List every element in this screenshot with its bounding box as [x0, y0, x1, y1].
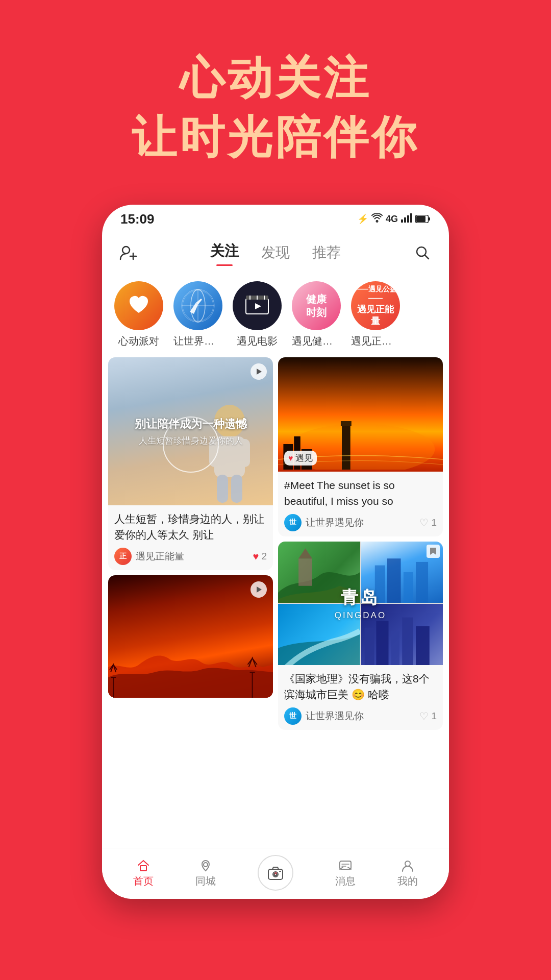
play-button-3[interactable] [251, 581, 267, 598]
svg-point-7 [122, 247, 130, 254]
bottom-nav-local-label: 同城 [195, 874, 216, 888]
card1-likes[interactable]: ♥ 2 [253, 551, 267, 562]
story-item-5[interactable]: ——遇见公益—— 遇见正能量 遇见正能量 [351, 281, 400, 348]
bottom-nav-message[interactable]: 消息 [335, 859, 356, 888]
svg-rect-3 [410, 213, 412, 223]
svg-rect-5 [416, 216, 425, 222]
wifi-icon [371, 213, 383, 225]
svg-rect-40 [364, 628, 374, 665]
author-avatar-1: 正 [114, 548, 132, 565]
bottom-nav-home[interactable]: 首页 [133, 859, 154, 888]
svg-rect-45 [140, 866, 146, 871]
heart-icon-2: ♡ [419, 517, 429, 529]
svg-rect-42 [391, 631, 399, 665]
svg-rect-33 [341, 421, 352, 426]
card4-author: 让世界遇见你 [306, 709, 364, 723]
4g-label: 4G [386, 214, 398, 225]
battery-icon [415, 215, 431, 223]
svg-rect-44 [416, 626, 430, 665]
svg-rect-32 [342, 421, 350, 470]
bottom-nav-camera[interactable] [258, 855, 293, 891]
svg-rect-43 [402, 618, 413, 665]
author-avatar-4: 世 [284, 707, 302, 725]
card1-author: 遇见正能量 [136, 550, 184, 563]
content-col-left: 别让陪伴成为一种遗憾 人生短暂珍惜身边爱你的人 人生短暂，珍惜身边的人，别让爱你… [108, 357, 273, 848]
card-video-child[interactable]: 别让陪伴成为一种遗憾 人生短暂珍惜身边爱你的人 人生短暂，珍惜身边的人，别让爱你… [108, 357, 273, 570]
status-bar: 15:09 ⚡ 4G [102, 205, 449, 233]
svg-rect-6 [429, 217, 430, 220]
story-label-1: 心动派对 [118, 334, 159, 348]
headline-line2: 让时光陪伴你 [132, 110, 419, 164]
svg-rect-41 [376, 621, 388, 665]
card2-likes[interactable]: ♡ 1 [419, 517, 437, 529]
phone-mockup: 15:09 ⚡ 4G [102, 205, 449, 899]
story-label-5: 遇见正能量 [351, 334, 400, 348]
svg-rect-0 [401, 219, 403, 223]
svg-rect-34 [298, 558, 312, 586]
story-item-3[interactable]: 遇见电影 [233, 281, 282, 348]
bottom-nav-local[interactable]: 同城 [195, 859, 216, 888]
svg-line-11 [425, 255, 429, 259]
user-add-button[interactable] [117, 241, 140, 264]
stories-row: 心动派对 让世界遇... [102, 272, 449, 357]
status-time: 15:09 [120, 211, 155, 227]
card2-caption: #Meet The sunset is so beautiful, I miss… [284, 478, 437, 509]
bottom-nav: 首页 同城 [102, 848, 449, 899]
card4-likes[interactable]: ♡ 1 [419, 710, 437, 722]
svg-rect-39 [416, 562, 428, 603]
bottom-nav-profile[interactable]: 我的 [397, 859, 418, 888]
svg-rect-38 [403, 572, 413, 603]
card-video-red[interactable] [108, 575, 273, 698]
app-background: 心动关注 让时光陪伴你 15:09 ⚡ 4G [0, 0, 551, 980]
svg-rect-37 [387, 558, 400, 603]
card-qingdao[interactable]: 青岛 QINGDAO 《国家地理》没有骗我，这8个滨海城市巨美 😊 哈喽 世 让… [278, 542, 443, 730]
story-item-1[interactable]: 心动派对 [114, 281, 163, 348]
nav-tabs: 关注 发现 推荐 [210, 241, 341, 264]
story-label-3: 遇见电影 [237, 334, 278, 348]
story-item-2[interactable]: 让世界遇... [173, 281, 222, 348]
svg-marker-35 [298, 548, 312, 558]
content-grid: 别让陪伴成为一种遗憾 人生短暂珍惜身边爱你的人 人生短暂，珍惜身边的人，别让爱你… [102, 357, 449, 848]
card2-author: 让世界遇见你 [306, 516, 364, 529]
card4-caption: 《国家地理》没有骗我，这8个滨海城市巨美 😊 哈喽 [284, 671, 437, 702]
story-label-2: 让世界遇... [173, 334, 222, 348]
nav-bar: 关注 发现 推荐 [102, 233, 449, 272]
status-icons: ⚡ 4G [357, 213, 431, 225]
bottom-nav-message-label: 消息 [335, 874, 356, 888]
svg-rect-2 [407, 215, 409, 223]
bottom-nav-home-label: 首页 [133, 874, 154, 888]
tab-follow[interactable]: 关注 [210, 241, 239, 264]
tab-recommend[interactable]: 推荐 [312, 243, 341, 262]
heart-icon-4: ♡ [419, 710, 429, 722]
bookmark-icon [427, 545, 440, 558]
headline-line1: 心动关注 [132, 51, 419, 105]
tab-discover[interactable]: 发现 [261, 243, 290, 262]
svg-point-51 [405, 861, 410, 866]
svg-rect-1 [404, 217, 406, 223]
card1-overlay-sub: 人生短暂珍惜身边爱你的人 [132, 435, 250, 447]
svg-rect-36 [374, 566, 385, 603]
search-button[interactable] [411, 241, 434, 264]
headline-container: 心动关注 让时光陪伴你 [132, 51, 419, 164]
story-label-4: 遇见健康... [292, 334, 341, 348]
signal-icon [401, 213, 412, 225]
svg-point-46 [204, 863, 208, 867]
play-button-1[interactable] [251, 363, 267, 380]
author-avatar-2: 世 [284, 514, 302, 531]
heart-icon-1: ♥ [253, 551, 259, 562]
content-col-right: ♥ 遇见 #Meet The sunset is so beautiful, I… [278, 357, 443, 848]
story-item-4[interactable]: 健康 时刻 遇见健康... [292, 281, 341, 348]
card1-title: 人生短暂，珍惜身边的人，别让爱你的人等太久 别让 [114, 511, 267, 543]
card1-overlay-main: 别让陪伴成为一种遗憾 [128, 416, 254, 432]
bluetooth-icon: ⚡ [357, 213, 368, 225]
bottom-nav-profile-label: 我的 [397, 874, 418, 888]
card-sunset-city[interactable]: ♥ 遇见 #Meet The sunset is so beautiful, I… [278, 357, 443, 536]
